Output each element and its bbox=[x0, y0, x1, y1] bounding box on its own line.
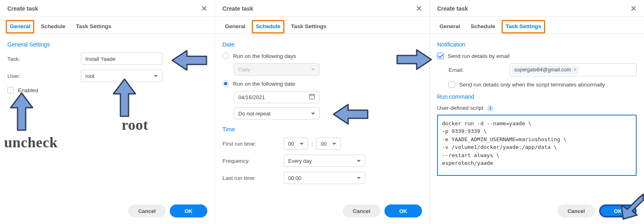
section-notification: Notification bbox=[437, 41, 637, 48]
tab-task-settings[interactable]: Task Settings bbox=[287, 20, 331, 33]
tab-general[interactable]: General bbox=[435, 20, 464, 33]
chevron-down-icon bbox=[311, 113, 315, 115]
chevron-down-icon bbox=[357, 177, 361, 179]
chevron-down-icon bbox=[357, 160, 361, 162]
section-time: Time bbox=[222, 126, 422, 133]
first-run-min-value: 00 bbox=[321, 141, 326, 147]
send-abnormal-label: Send run details only when the script te… bbox=[459, 82, 605, 88]
repeat-value: Do not repeat bbox=[238, 111, 271, 117]
send-abnormal-checkbox[interactable] bbox=[449, 81, 455, 88]
date-value: 04/16/2021 bbox=[238, 94, 265, 100]
repeat-select[interactable]: Do not repeat bbox=[234, 107, 320, 120]
ok-button[interactable]: OK bbox=[170, 204, 207, 217]
close-icon[interactable]: ✕ bbox=[631, 5, 637, 12]
frequency-select[interactable]: Every day bbox=[284, 155, 365, 167]
svg-rect-0 bbox=[309, 94, 314, 99]
enabled-label: Enabled bbox=[18, 87, 38, 93]
email-chip: supergate84@gmail.com × bbox=[512, 66, 579, 74]
run-following-days-radio[interactable] bbox=[222, 53, 229, 59]
send-email-checkbox[interactable] bbox=[437, 53, 444, 59]
ok-button[interactable]: OK bbox=[384, 204, 422, 217]
first-run-hour-select[interactable]: 00 bbox=[284, 138, 308, 150]
days-select-value: Daily bbox=[238, 67, 250, 73]
script-textarea[interactable]: docker run -d --name=yaade \ -p 9339:933… bbox=[437, 115, 637, 176]
calendar-icon bbox=[309, 93, 315, 101]
last-run-select[interactable]: 00:00 bbox=[284, 172, 365, 184]
user-select-value: root bbox=[85, 73, 94, 79]
ok-button[interactable]: OK bbox=[599, 204, 637, 217]
tab-task-settings[interactable]: Task Settings bbox=[502, 20, 545, 33]
tab-general[interactable]: General bbox=[6, 20, 34, 33]
task-name-input[interactable] bbox=[81, 53, 162, 65]
tab-schedule[interactable]: Schedule bbox=[37, 20, 69, 33]
close-icon[interactable]: ✕ bbox=[416, 5, 422, 12]
dialog-title: Create task bbox=[222, 5, 253, 12]
tab-general[interactable]: General bbox=[221, 20, 249, 33]
first-run-hour-value: 00 bbox=[288, 141, 294, 147]
first-run-min-select[interactable]: 00 bbox=[316, 138, 341, 150]
tab-schedule[interactable]: Schedule bbox=[466, 20, 499, 33]
last-run-label: Last run time: bbox=[222, 175, 284, 181]
run-following-days-label: Run on the following days bbox=[233, 53, 296, 59]
email-chip-value: supergate84@gmail.com bbox=[514, 67, 571, 73]
chevron-down-icon bbox=[332, 143, 336, 145]
section-run-command: Run command bbox=[437, 93, 637, 100]
info-icon[interactable]: i bbox=[487, 105, 493, 111]
frequency-label: Frequency: bbox=[222, 158, 284, 164]
cancel-button[interactable]: Cancel bbox=[557, 204, 595, 217]
cancel-button[interactable]: Cancel bbox=[128, 204, 166, 217]
user-label: User: bbox=[7, 73, 81, 79]
first-run-label: First run time: bbox=[222, 141, 284, 147]
task-label: Task: bbox=[7, 56, 81, 62]
cancel-button[interactable]: Cancel bbox=[343, 204, 380, 217]
section-date: Date bbox=[222, 41, 422, 48]
time-colon: : bbox=[311, 141, 313, 147]
send-email-label: Send run details by email bbox=[448, 53, 510, 59]
tab-task-settings[interactable]: Task Settings bbox=[72, 20, 115, 33]
run-following-date-label: Run on the following date bbox=[233, 81, 295, 87]
email-input[interactable]: supergate84@gmail.com × bbox=[510, 63, 637, 76]
script-label: User-defined script bbox=[437, 105, 483, 111]
chevron-down-icon bbox=[300, 143, 304, 145]
dialog-title: Create task bbox=[7, 5, 38, 12]
days-select: Daily bbox=[234, 63, 320, 75]
section-general-settings: General Settings bbox=[7, 41, 207, 48]
dialog-title: Create task bbox=[437, 5, 468, 12]
user-select[interactable]: root bbox=[81, 70, 162, 82]
remove-chip-icon[interactable]: × bbox=[573, 67, 576, 73]
run-following-date-radio[interactable] bbox=[222, 80, 229, 87]
chevron-down-icon bbox=[154, 75, 158, 77]
email-label: Email: bbox=[449, 67, 510, 73]
enabled-checkbox[interactable] bbox=[7, 87, 14, 93]
tab-schedule[interactable]: Schedule bbox=[252, 20, 284, 33]
date-input[interactable]: 04/16/2021 bbox=[234, 91, 320, 103]
close-icon[interactable]: ✕ bbox=[201, 5, 207, 12]
frequency-value: Every day bbox=[288, 158, 312, 164]
last-run-value: 00:00 bbox=[288, 175, 302, 181]
chevron-down-icon bbox=[311, 69, 315, 71]
